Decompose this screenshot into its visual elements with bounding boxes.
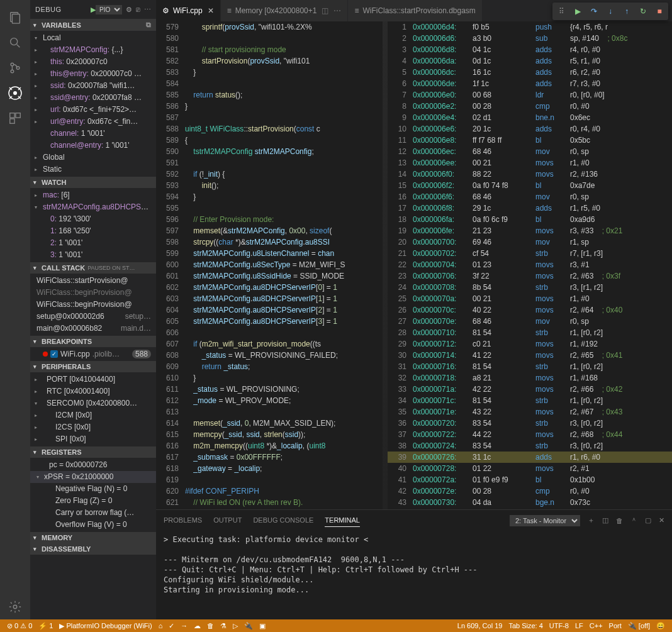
code-line[interactable]: 599 strM2MAPConfig.u8ListenChannel = cha… bbox=[156, 248, 388, 259]
repl-icon[interactable]: ⎚ bbox=[136, 6, 140, 13]
disasm-line[interactable]: 260x0000070c: 40 22 movsr2, #64 ; 0x40 bbox=[388, 304, 672, 316]
callstack-section[interactable]: CALL STACKPAUSED ON ST… bbox=[30, 262, 156, 274]
scope-static[interactable]: ▸Static bbox=[30, 164, 156, 175]
var-row[interactable]: ▸url@entry: 0xd67c <_fin… bbox=[30, 116, 156, 128]
code-line[interactable]: 590 tstrM2MAPConfig strM2MAPConfig; bbox=[156, 146, 388, 157]
register-row[interactable]: pc = 0x00000726 bbox=[30, 459, 156, 471]
code-line[interactable]: 579 sprintf(provSsid, "wifi101-%.2X% bbox=[156, 21, 388, 33]
disasm-line[interactable]: 220x00000704: 01 23 movsr3, #1 bbox=[388, 259, 672, 270]
disasm-line[interactable]: 300x00000714: 41 22 movsr2, #65 ; 0x41 bbox=[388, 350, 672, 361]
status-eol[interactable]: LF bbox=[572, 622, 586, 629]
memory-section[interactable]: MEMORY bbox=[30, 532, 156, 543]
scm-icon[interactable] bbox=[0, 55, 30, 80]
code-line[interactable]: 610 } bbox=[156, 372, 388, 384]
code-line[interactable]: 589{ bbox=[156, 135, 388, 146]
status-remote2[interactable]: 🔌 [off] bbox=[625, 622, 653, 630]
periph-child[interactable]: ▸SPI [0x0] bbox=[30, 433, 156, 445]
code-line[interactable]: 605 strM2MAPConfig.au8DHCPServerIP[3] = … bbox=[156, 316, 388, 327]
disasm-line[interactable]: 20x000006d6: a3 b0 subsp, #140 ; 0x8c bbox=[388, 33, 672, 44]
code-line[interactable]: 602 strM2MAPConfig.au8DHCPServerIP[0] = … bbox=[156, 282, 388, 293]
disasm-line[interactable]: 320x00000718: a8 21 movsr1, #168 bbox=[388, 372, 672, 384]
disasm-line[interactable]: 200x00000700: 69 46 movr1, sp bbox=[388, 236, 672, 248]
code-line[interactable]: 585 return status(); bbox=[156, 89, 388, 101]
step-out-icon[interactable]: ↑ bbox=[622, 6, 632, 16]
code-line[interactable]: 619 bbox=[156, 474, 388, 485]
code-line[interactable]: 601 strM2MAPConfig.u8SsidHide = SSID_MOD… bbox=[156, 270, 388, 282]
code-line[interactable]: 597 memset(&strM2MAPConfig, 0x00, sizeof… bbox=[156, 225, 388, 236]
terminal-select[interactable]: 2: Task - Monitor bbox=[510, 515, 580, 526]
var-row[interactable]: ▸ssid@entry: 0x20007fa8 … bbox=[30, 92, 156, 104]
disassembly-section[interactable]: DISASSEMBLY bbox=[30, 543, 156, 555]
disasm-line[interactable]: 90x000006e4: 02 d1 bne.n0x6ec bbox=[388, 112, 672, 123]
disasm-line[interactable]: 60x000006de: 1f 1c addsr7, r3, #0 bbox=[388, 78, 672, 89]
split-terminal-icon[interactable]: ◫ bbox=[602, 516, 608, 524]
drag-handle-icon[interactable]: ⠿ bbox=[556, 6, 566, 16]
panel-tab[interactable]: PROBLEMS bbox=[164, 514, 202, 527]
editor-tab[interactable]: ≡Memory [0x42000800+1◫⋯ bbox=[221, 0, 349, 21]
terminal-icon[interactable]: ▣ bbox=[256, 622, 269, 630]
code-line[interactable]: 584 bbox=[156, 78, 388, 89]
disasm-line[interactable]: 40x000006da: 0d 1c addsr5, r1, #0 bbox=[388, 55, 672, 67]
status-errors[interactable]: ⊘ 0 ⚠ 0 bbox=[4, 622, 35, 630]
periph-child[interactable]: ▸I2CS [0x0] bbox=[30, 421, 156, 433]
register-row[interactable]: Carry or borrow flag (… bbox=[30, 507, 156, 519]
watch-row[interactable]: ▾strM2MAPConfig.au8DHCPSer… bbox=[30, 201, 156, 213]
disasm-line[interactable]: 310x00000716: 81 54 strbr1, [r0, r2] bbox=[388, 361, 672, 372]
panel-tab[interactable]: DEBUG CONSOLE bbox=[253, 514, 313, 527]
disasm-line[interactable]: 250x0000070a: 00 21 movsr1, #0 bbox=[388, 293, 672, 304]
code-line[interactable]: 586} bbox=[156, 101, 388, 112]
disasm-line[interactable]: 80x000006e2: 00 28 cmpr0, #0 bbox=[388, 101, 672, 112]
debug-icon[interactable] bbox=[0, 80, 30, 106]
editor-tab[interactable]: ≡WiFiClass::startProvision.dbgasm bbox=[348, 0, 482, 21]
code-line[interactable]: 600 strM2MAPConfig.u8SecType = M2M_WIFI_… bbox=[156, 259, 388, 270]
disasm-line[interactable]: 290x00000712: c0 21 movsr1, #192 bbox=[388, 338, 672, 350]
close-icon[interactable]: ✕ bbox=[208, 6, 214, 15]
disasm-line[interactable]: 160x000006f6: 68 46 movr0, sp bbox=[388, 191, 672, 202]
disasm-line[interactable]: 140x000006f0: 88 22 movsr2, #136 bbox=[388, 169, 672, 180]
code-line[interactable]: 620#ifdef CONF_PERIPH bbox=[156, 485, 388, 497]
code-line[interactable]: 611 _status = WL_PROVISIONING; bbox=[156, 384, 388, 395]
status-task[interactable]: ▶ PlatformIO Debugger (WiFi) bbox=[56, 622, 155, 630]
scope-local[interactable]: ▾Local bbox=[30, 32, 156, 44]
status-feedback[interactable]: 😄 bbox=[653, 622, 668, 630]
code-line[interactable]: 598 strcpy((char *)&strM2MAPConfig.au8SS… bbox=[156, 236, 388, 248]
disasm-line[interactable]: 10x000006d4: f0 b5 push{r4, r5, r6, r bbox=[388, 21, 672, 33]
status-port[interactable]: Port bbox=[606, 622, 625, 629]
disasm-line[interactable]: 100x000006e6: 20 1c addsr0, r4, #0 bbox=[388, 123, 672, 135]
watch-child[interactable]: 0: 192 '\300' bbox=[30, 213, 156, 225]
breakpoints-section[interactable]: BREAKPOINTS bbox=[30, 336, 156, 347]
more-icon[interactable]: ⋯ bbox=[144, 6, 151, 14]
panel-toggle-icon[interactable]: ▢ bbox=[645, 516, 651, 524]
status-cursor[interactable]: Ln 609, Col 19 bbox=[454, 622, 506, 629]
disasm-line[interactable]: 120x000006ec: 68 46 movr0, sp bbox=[388, 146, 672, 157]
disasm-line[interactable]: 360x00000720: 83 54 strbr3, [r0, r2] bbox=[388, 418, 672, 429]
collapse-icon[interactable]: ⧉ bbox=[146, 21, 151, 29]
disasm-line[interactable]: 240x00000708: 8b 54 strbr3, [r1, r2] bbox=[388, 282, 672, 293]
periph-row[interactable]: ▾SERCOM0 [0x42000800… bbox=[30, 397, 156, 409]
disasm-line[interactable]: 330x0000071a: 42 22 movsr2, #66 ; 0x42 bbox=[388, 384, 672, 395]
step-into-icon[interactable]: ↓ bbox=[605, 6, 615, 16]
var-row[interactable]: ▸strM2MAPConfig: {...} bbox=[30, 44, 156, 56]
stack-frame[interactable]: WiFiClass::beginProvision@ bbox=[30, 299, 156, 311]
var-row[interactable]: ▸ssid: 0x20007fa8 "wifi1… bbox=[30, 80, 156, 92]
code-line[interactable]: 593 init(); bbox=[156, 180, 388, 191]
code-line[interactable]: 608 _status = WL_PROVISIONING_FAILED; bbox=[156, 350, 388, 361]
disasm-line[interactable]: 210x00000702: cf 54 strbr7, [r1, r3] bbox=[388, 248, 672, 259]
close-panel-icon[interactable]: ✕ bbox=[659, 516, 664, 524]
code-line[interactable]: 588uint8_t WiFiClass::startProvision(con… bbox=[156, 123, 388, 135]
code-line[interactable]: 580 bbox=[156, 33, 388, 44]
status-lang[interactable]: C++ bbox=[586, 622, 606, 629]
stack-frame[interactable]: setup@0x000002d6setup… bbox=[30, 311, 156, 323]
stack-frame[interactable]: WiFiClass::beginProvision@ bbox=[30, 287, 156, 299]
code-line[interactable]: 606 bbox=[156, 327, 388, 338]
test-icon[interactable]: ⚗ bbox=[217, 622, 230, 630]
periph-row[interactable]: ▸PORT [0x41004400] bbox=[30, 374, 156, 385]
register-row[interactable]: Overflow Flag (V) = 0 bbox=[30, 519, 156, 531]
code-line[interactable]: 582 startProvision(provSsid, "wifi101 bbox=[156, 55, 388, 67]
panel-tab[interactable]: TERMINAL bbox=[325, 514, 360, 527]
new-terminal-icon[interactable]: ＋ bbox=[588, 516, 595, 525]
stop-icon[interactable]: ■ bbox=[654, 6, 664, 16]
code-line[interactable]: 614 memset(_ssid, 0, M2M_MAX_SSID_LEN); bbox=[156, 418, 388, 429]
register-row[interactable]: Negative Flag (N) = 0 bbox=[30, 483, 156, 495]
code-line[interactable]: 609 return _status; bbox=[156, 361, 388, 372]
